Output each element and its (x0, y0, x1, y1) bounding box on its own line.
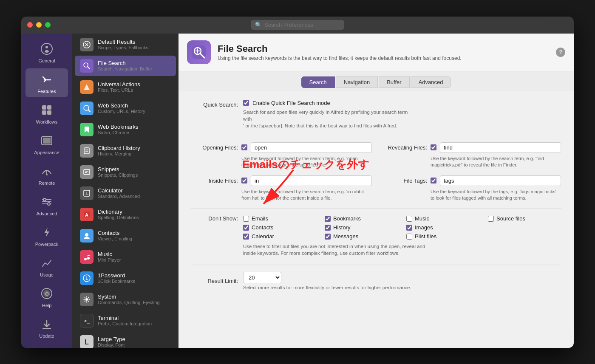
dont-show-section: Don't Show: Emails Bookmarks (191, 214, 561, 257)
nav-item-dictionary[interactable]: A Dictionary Spelling, Definitions (75, 204, 176, 225)
sidebar-item-appearance[interactable]: Appearance (26, 130, 68, 158)
sidebar-item-advanced[interactable]: Advanced (26, 191, 68, 220)
svg-text:1: 1 (85, 276, 88, 281)
svg-text:⊙: ⊙ (45, 291, 49, 297)
icon-sidebar: General Features (21, 34, 72, 348)
terminal-text: Terminal Prefix, Custom Integration (98, 315, 152, 326)
help-button[interactable]: ? (556, 48, 565, 57)
close-button[interactable] (27, 22, 33, 28)
opening-files-label: Opening Files: (191, 144, 238, 151)
opening-files-checkbox[interactable] (241, 144, 247, 150)
nav-item-1password[interactable]: 1 1Password 1Click Bookmarks (75, 268, 176, 288)
nav-item-snippets[interactable]: Snippets Snippets, Clippings (75, 162, 176, 182)
sidebar-item-help[interactable]: ⊙ Help (26, 282, 68, 311)
inside-files-checkbox[interactable] (241, 178, 247, 183)
dont-show-description: Use these to filter out files you are no… (243, 243, 561, 257)
music-checkbox[interactable] (406, 216, 412, 222)
nav-item-clipboard-history[interactable]: Clipboard History History, Merging (75, 141, 176, 161)
help-icon: ⊙ (39, 286, 54, 301)
svg-text:>_: >_ (84, 318, 90, 324)
contacts-checkbox[interactable] (243, 225, 249, 231)
file-tags-input[interactable] (440, 175, 561, 186)
files-row-2: Inside Files: Use the keyword followed b… (191, 175, 561, 202)
file-tags-row: File Tags: (380, 175, 561, 186)
svg-marker-15 (44, 228, 49, 237)
inside-files-input[interactable] (251, 175, 372, 186)
dont-show-contacts: Contacts (243, 224, 316, 231)
sidebar-item-workflows[interactable]: Workflows (26, 99, 68, 128)
nav-item-terminal[interactable]: >_ Terminal Prefix, Custom Integration (75, 310, 176, 331)
file-tags-desc: Use the keyword followed by the tags, e.… (431, 189, 561, 202)
titlebar-search-box[interactable]: 🔍 (251, 20, 344, 30)
source-files-checkbox[interactable] (488, 216, 494, 222)
images-checkbox[interactable] (406, 225, 412, 231)
quick-search-enable-row: Enable Quick File Search mode (243, 100, 561, 106)
sidebar-item-remote[interactable]: Remote (26, 160, 68, 189)
history-checkbox[interactable] (325, 225, 331, 231)
universal-actions-icon (80, 80, 94, 94)
result-limit-select[interactable]: 10 20 30 40 50 (243, 272, 281, 283)
music-label: Music (415, 215, 429, 222)
svg-text:A: A (85, 212, 88, 217)
messages-checkbox[interactable] (325, 234, 331, 240)
large-type-text: Large Type Display, Font (98, 336, 125, 347)
calendar-checkbox[interactable] (243, 234, 249, 240)
sidebar-item-general[interactable]: General (26, 38, 68, 67)
revealing-files-checkbox[interactable] (431, 144, 436, 150)
sidebar-item-features[interactable]: Features (26, 68, 68, 97)
usage-icon (39, 255, 54, 271)
nav-item-file-search[interactable]: File Search Search, Navigation, Buffer (75, 56, 176, 76)
panel-title: File Search (218, 43, 462, 54)
tab-buffer[interactable]: Buffer (379, 76, 409, 88)
clipboard-icon (80, 144, 94, 158)
plist-files-checkbox[interactable] (406, 234, 412, 240)
emails-checkbox[interactable] (243, 216, 249, 222)
nav-item-web-search[interactable]: Web Search Custom, URLs, History (75, 98, 176, 119)
nav-item-web-bookmarks[interactable]: Web Bookmarks Safari, Chrome (75, 119, 176, 140)
terminal-icon: >_ (80, 314, 94, 327)
dont-show-content: Emails Bookmarks Music (243, 214, 561, 257)
advanced-icon (39, 194, 54, 209)
nav-item-calculator[interactable]: ± Calculator Standard, Advanced (75, 183, 176, 203)
sidebar-item-update[interactable]: Update (26, 313, 68, 342)
nav-item-universal-actions[interactable]: Universal Actions Files, Text, URLs (75, 77, 176, 97)
bookmarks-label: Bookmarks (333, 215, 361, 222)
minimize-button[interactable] (36, 22, 42, 28)
file-search-text: File Search Search, Navigation, Buffer (98, 60, 152, 71)
plist-files-label: Plist files (415, 233, 436, 240)
search-input[interactable] (264, 22, 340, 28)
nav-sidebar: Default Results Scope, Types, Fallbacks … (72, 34, 178, 348)
revealing-files-row: Revealing Files: (380, 142, 561, 153)
dont-show-images: Images (406, 224, 479, 231)
nav-item-large-type[interactable]: L Large Type Display, Font (75, 332, 176, 348)
tab-advanced[interactable]: Advanced (411, 76, 451, 88)
bookmarks-checkbox[interactable] (325, 216, 331, 222)
quick-search-checkbox[interactable] (243, 100, 249, 106)
svg-line-42 (87, 255, 90, 256)
file-tags-checkbox[interactable] (431, 178, 436, 183)
tab-navigation[interactable]: Navigation (336, 76, 378, 88)
nav-item-default-results[interactable]: Default Results Scope, Types, Fallbacks (75, 34, 176, 55)
web-bookmarks-icon (80, 123, 94, 136)
revealing-files-desc: Use the keyword followed by the search t… (431, 155, 561, 169)
music-text: Music Mini Player (98, 251, 121, 262)
sidebar-item-usage[interactable]: Usage (26, 252, 68, 281)
maximize-button[interactable] (45, 22, 51, 28)
opening-files-input[interactable] (251, 142, 372, 153)
snippets-icon (80, 165, 94, 179)
nav-item-contacts[interactable]: Contacts Viewer, Emailing (75, 226, 176, 246)
main-window: 🔍 General (21, 17, 574, 348)
main-content: General Features (21, 34, 574, 348)
nav-item-music[interactable]: Music Mini Player (75, 247, 176, 267)
revealing-files-label: Revealing Files: (380, 144, 427, 151)
workflows-icon (39, 102, 54, 118)
svg-text:±: ± (85, 191, 88, 196)
nav-item-system[interactable]: System Commands, Quitting, Ejecting (75, 289, 176, 310)
svg-rect-31 (84, 169, 90, 175)
opening-files-group: Opening Files: Use the keyword followed … (191, 142, 372, 169)
tab-search[interactable]: Search (301, 76, 335, 88)
revealing-files-input[interactable] (440, 142, 561, 153)
inside-files-row: Inside Files: (191, 175, 372, 186)
dont-show-emails: Emails (243, 215, 316, 222)
sidebar-item-powerpack[interactable]: Powerpack (26, 221, 68, 250)
